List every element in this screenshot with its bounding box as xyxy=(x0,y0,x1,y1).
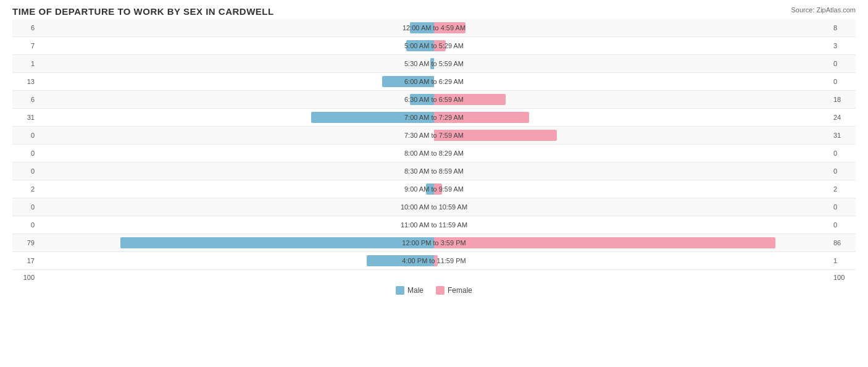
axis-max-label: 100 xyxy=(831,274,856,281)
bars-wrapper: 8:30 AM to 8:59 AM xyxy=(37,164,831,178)
bars-wrapper: 8:00 AM to 8:29 AM xyxy=(37,146,831,160)
female-bar xyxy=(434,130,557,141)
chart-row: 136:00 AM to 6:29 AM0 xyxy=(12,73,856,91)
male-value: 17 xyxy=(12,257,37,264)
female-bar xyxy=(434,255,438,266)
legend-female-box xyxy=(436,286,444,295)
male-bar xyxy=(426,184,434,195)
female-value: 0 xyxy=(831,167,856,175)
chart-row: 15:30 AM to 5:59 AM0 xyxy=(12,55,856,73)
bar-section: 7:30 AM to 7:59 AM xyxy=(37,127,831,144)
female-value: 1 xyxy=(831,257,856,264)
male-bar xyxy=(120,237,434,248)
legend-male-label: Male xyxy=(407,286,424,295)
bars-wrapper: 5:30 AM to 5:59 AM xyxy=(37,57,831,70)
bar-section: 7:00 AM to 7:29 AM xyxy=(37,109,831,126)
male-bar xyxy=(311,112,434,123)
female-value: 86 xyxy=(831,239,856,247)
male-bar xyxy=(406,40,434,51)
chart-row: 7912:00 PM to 3:59 PM86 xyxy=(12,234,856,252)
time-label: 11:00 AM to 11:59 AM xyxy=(401,221,467,229)
bar-section: 8:30 AM to 8:59 AM xyxy=(37,162,831,180)
male-bar xyxy=(367,255,434,266)
bar-section: 8:00 AM to 8:29 AM xyxy=(37,145,831,162)
chart-container: TIME OF DEPARTURE TO WORK BY SEX IN CARD… xyxy=(0,0,868,367)
male-value: 0 xyxy=(12,167,37,175)
female-bar xyxy=(434,94,506,105)
male-value: 2 xyxy=(12,185,37,193)
male-value: 31 xyxy=(12,114,37,121)
legend-male-box xyxy=(396,286,404,295)
male-value: 79 xyxy=(12,239,37,247)
male-value: 0 xyxy=(12,203,37,211)
chart-row: 66:30 AM to 6:59 AM18 xyxy=(12,91,856,109)
female-value: 0 xyxy=(831,203,856,211)
female-value: 0 xyxy=(831,78,856,85)
bar-section: 4:00 PM to 11:59 PM xyxy=(37,252,831,269)
female-bar xyxy=(434,184,442,195)
male-value: 7 xyxy=(12,42,37,49)
bar-section: 5:30 AM to 5:59 AM xyxy=(37,55,831,72)
bars-wrapper: 5:00 AM to 5:29 AM xyxy=(37,39,831,53)
bars-wrapper: 4:00 PM to 11:59 PM xyxy=(37,254,831,268)
male-bar xyxy=(410,22,434,33)
male-value: 6 xyxy=(12,96,37,103)
female-value: 8 xyxy=(831,24,856,32)
chart-row: 75:00 AM to 5:29 AM3 xyxy=(12,37,856,55)
female-bar xyxy=(434,40,446,51)
time-label: 8:00 AM to 8:29 AM xyxy=(404,150,464,157)
chart-row: 07:30 AM to 7:59 AM31 xyxy=(12,127,856,145)
chart-row: 612:00 AM to 4:59 AM8 xyxy=(12,19,856,37)
legend-female-label: Female xyxy=(448,286,472,295)
female-value: 18 xyxy=(831,96,856,103)
male-value: 0 xyxy=(12,132,37,139)
bar-section: 6:30 AM to 6:59 AM xyxy=(37,91,831,108)
male-bar xyxy=(410,94,434,105)
legend-male: Male xyxy=(396,286,424,295)
bar-section: 12:00 PM to 3:59 PM xyxy=(37,234,831,251)
chart-row: 174:00 PM to 11:59 PM1 xyxy=(12,252,856,270)
female-bar xyxy=(434,22,465,33)
chart-area: 612:00 AM to 4:59 AM875:00 AM to 5:29 AM… xyxy=(12,19,856,270)
female-value: 3 xyxy=(831,42,856,49)
bars-wrapper: 12:00 PM to 3:59 PM xyxy=(37,236,831,250)
female-value: 0 xyxy=(831,150,856,157)
chart-row: 317:00 AM to 7:29 AM24 xyxy=(12,109,856,127)
chart-row: 08:30 AM to 8:59 AM0 xyxy=(12,162,856,180)
male-value: 0 xyxy=(12,150,37,157)
bars-wrapper: 12:00 AM to 4:59 AM xyxy=(37,21,831,35)
bar-section: 9:00 AM to 9:59 AM xyxy=(37,180,831,198)
female-value: 2 xyxy=(831,185,856,193)
bars-wrapper: 11:00 AM to 11:59 AM xyxy=(37,218,831,232)
chart-row: 29:00 AM to 9:59 AM2 xyxy=(12,180,856,198)
chart-title: TIME OF DEPARTURE TO WORK BY SEX IN CARD… xyxy=(12,6,856,17)
female-value: 24 xyxy=(831,114,856,121)
axis-min-label: 100 xyxy=(12,274,37,281)
chart-row: 08:00 AM to 8:29 AM0 xyxy=(12,145,856,162)
bar-section: 6:00 AM to 6:29 AM xyxy=(37,73,831,90)
time-label: 5:30 AM to 5:59 AM xyxy=(404,60,464,67)
bar-section: 10:00 AM to 10:59 AM xyxy=(37,198,831,216)
legend: Male Female xyxy=(12,286,856,295)
bar-section: 11:00 AM to 11:59 AM xyxy=(37,216,831,234)
time-label: 10:00 AM to 10:59 AM xyxy=(401,203,467,211)
chart-row: 011:00 AM to 11:59 AM0 xyxy=(12,216,856,234)
bar-section: 5:00 AM to 5:29 AM xyxy=(37,37,831,54)
female-bar xyxy=(434,112,529,123)
female-value: 0 xyxy=(831,221,856,229)
female-bar xyxy=(434,237,775,248)
bars-wrapper: 7:30 AM to 7:59 AM xyxy=(37,129,831,142)
time-label: 8:30 AM to 8:59 AM xyxy=(404,167,464,175)
male-value: 6 xyxy=(12,24,37,32)
chart-row: 010:00 AM to 10:59 AM0 xyxy=(12,198,856,216)
male-value: 0 xyxy=(12,221,37,229)
bars-wrapper: 7:00 AM to 7:29 AM xyxy=(37,111,831,124)
legend-female: Female xyxy=(436,286,472,295)
bars-wrapper: 6:30 AM to 6:59 AM xyxy=(37,93,831,106)
source-label: Source: ZipAtlas.com xyxy=(791,6,856,14)
female-value: 0 xyxy=(831,60,856,67)
male-bar xyxy=(382,76,434,87)
bars-wrapper: 9:00 AM to 9:59 AM xyxy=(37,182,831,196)
male-bar xyxy=(430,58,434,69)
male-value: 13 xyxy=(12,78,37,85)
